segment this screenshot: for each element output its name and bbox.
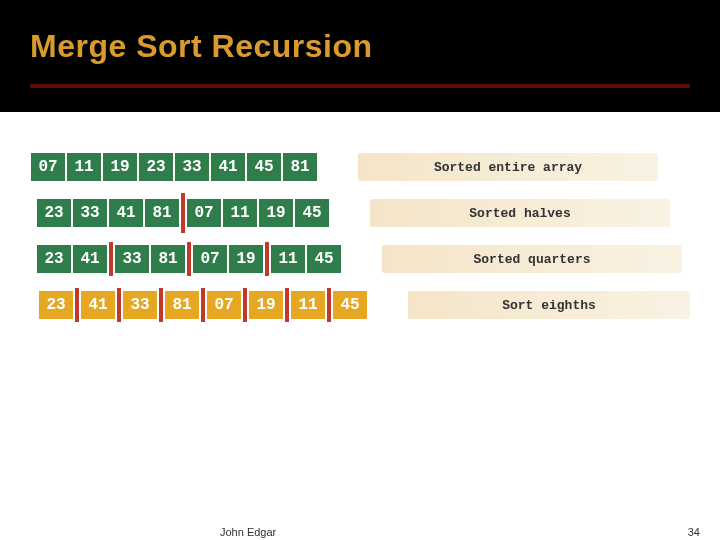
cell: 41 bbox=[108, 198, 144, 228]
cell: 11 bbox=[222, 198, 258, 228]
cell: 81 bbox=[150, 244, 186, 274]
cells-row-1: 07 11 19 23 33 41 45 81 bbox=[30, 152, 318, 182]
cell: 33 bbox=[72, 198, 108, 228]
cell: 19 bbox=[258, 198, 294, 228]
cell: 41 bbox=[72, 244, 108, 274]
cell: 81 bbox=[144, 198, 180, 228]
row-label: Sorted entire array bbox=[358, 153, 658, 181]
cell: 41 bbox=[210, 152, 246, 182]
cell: 45 bbox=[294, 198, 330, 228]
cell: 23 bbox=[36, 244, 72, 274]
cell: 33 bbox=[122, 290, 158, 320]
cell: 41 bbox=[80, 290, 116, 320]
cell: 81 bbox=[282, 152, 318, 182]
cell: 07 bbox=[30, 152, 66, 182]
cell: 07 bbox=[206, 290, 242, 320]
cell: 45 bbox=[306, 244, 342, 274]
row-label: Sorted halves bbox=[370, 199, 670, 227]
row-sorted-array: 07 11 19 23 33 41 45 81 Sorted entire ar… bbox=[30, 152, 690, 182]
cell: 23 bbox=[36, 198, 72, 228]
cell: 19 bbox=[248, 290, 284, 320]
row-sort-eighths: 23 41 33 81 07 19 11 45 Sort eighths bbox=[30, 290, 690, 320]
row-sorted-halves: 23 33 41 81 07 11 19 45 Sorted halves bbox=[30, 198, 690, 228]
cell: 33 bbox=[174, 152, 210, 182]
cell: 45 bbox=[332, 290, 368, 320]
cell: 07 bbox=[192, 244, 228, 274]
row-sorted-quarters: 23 41 33 81 07 19 11 45 Sorted quarters bbox=[30, 244, 690, 274]
cell: 23 bbox=[138, 152, 174, 182]
cell: 19 bbox=[102, 152, 138, 182]
cells-row-2: 23 33 41 81 07 11 19 45 bbox=[36, 193, 330, 233]
title-bar: Merge Sort Recursion bbox=[0, 0, 720, 112]
cell: 23 bbox=[38, 290, 74, 320]
cell: 11 bbox=[66, 152, 102, 182]
diagram-content: 07 11 19 23 33 41 45 81 Sorted entire ar… bbox=[0, 112, 720, 320]
cell: 81 bbox=[164, 290, 200, 320]
row-label: Sorted quarters bbox=[382, 245, 682, 273]
cell: 11 bbox=[290, 290, 326, 320]
cell: 07 bbox=[186, 198, 222, 228]
cell: 11 bbox=[270, 244, 306, 274]
cells-row-4: 23 41 33 81 07 19 11 45 bbox=[38, 288, 368, 322]
cell: 19 bbox=[228, 244, 264, 274]
cells-row-3: 23 41 33 81 07 19 11 45 bbox=[36, 242, 342, 276]
author-label: John Edgar bbox=[220, 526, 276, 538]
row-label: Sort eighths bbox=[408, 291, 690, 319]
page-title: Merge Sort Recursion bbox=[30, 28, 720, 65]
cell: 45 bbox=[246, 152, 282, 182]
title-underline bbox=[30, 84, 690, 88]
cell: 33 bbox=[114, 244, 150, 274]
page-number: 34 bbox=[688, 526, 700, 538]
